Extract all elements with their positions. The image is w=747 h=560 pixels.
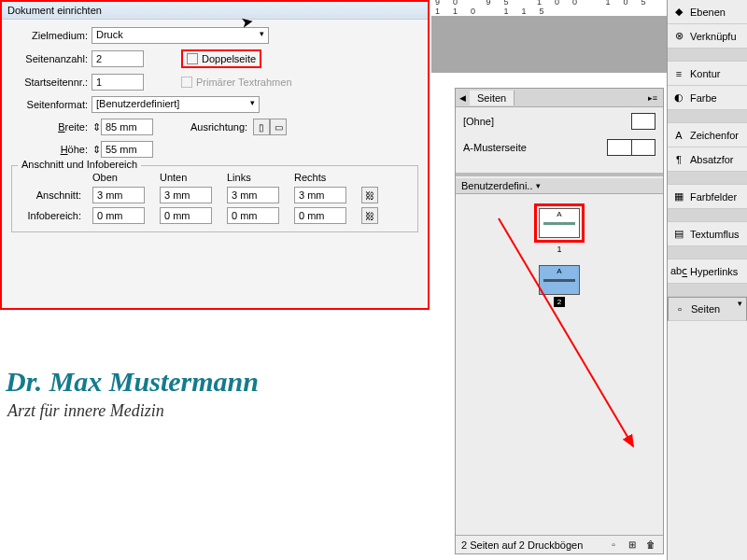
master-none[interactable]: [Ohne] <box>463 116 494 127</box>
master-a-thumb[interactable] <box>607 139 655 156</box>
panel-icon: ⊗ <box>672 30 685 43</box>
pages-panel-tabbar: ◀ Seiten ▸≡ <box>456 89 663 107</box>
zielmedium-label: Zielmedium: <box>11 30 92 41</box>
dialog-title: Dokument einrichten <box>2 2 428 20</box>
breite-input[interactable] <box>101 119 153 135</box>
page-1-label: 1 <box>557 245 561 254</box>
panel-icon: ¶ <box>672 153 685 166</box>
bleed-group: Anschnitt und Infobereich Oben Unten Lin… <box>11 165 418 232</box>
document-canvas: Dr. Max Mustermann Arzt für innere Mediz… <box>0 310 430 560</box>
col-rechts: Rechts <box>294 172 354 183</box>
bleed-group-title: Anschnitt und Infobereich <box>18 159 141 170</box>
anschnitt-unten[interactable] <box>160 187 212 203</box>
delete-page-icon[interactable]: 🗑 <box>644 539 657 552</box>
master-none-thumb[interactable] <box>631 113 655 130</box>
orientation-portrait-button[interactable]: ▯ <box>253 119 270 135</box>
panel-button-verknüpfu[interactable]: ⊗Verknüpfu <box>668 24 747 49</box>
textrahmen-checkbox <box>181 77 192 88</box>
col-links: Links <box>227 172 287 183</box>
document-setup-dialog: Dokument einrichten Zielmedium: Druck Se… <box>0 0 430 310</box>
pages-panel: ◀ Seiten ▸≡ [Ohne] A-Musterseite Benutze… <box>455 88 664 554</box>
pages-panel-footer: 2 Seiten auf 2 Druckbögen ▫ ⊞ 🗑 <box>456 535 663 553</box>
anschnitt-label: Anschnitt: <box>20 189 85 201</box>
breite-label: Breite: <box>11 121 92 133</box>
pages-status: 2 Seiten auf 2 Druckbögen <box>461 539 583 551</box>
hoehe-label: Höhe: <box>11 144 92 155</box>
panel-button-ebenen[interactable]: ◆Ebenen <box>668 0 747 24</box>
right-panels-strip: ◆Ebenen⊗Verknüpfu≡Kontur◐FarbeAZeichenfo… <box>667 0 747 560</box>
doc-name-text: Dr. Max Mustermann <box>0 310 430 398</box>
panel-icon: A <box>672 129 685 142</box>
seitenformat-select[interactable]: [Benutzerdefiniert] <box>92 96 260 113</box>
anschnitt-rechts[interactable] <box>294 187 346 203</box>
panel-icon: ◆ <box>672 6 685 19</box>
orientation-landscape-button[interactable]: ▭ <box>270 119 287 135</box>
panel-icon: ▦ <box>672 190 685 203</box>
startseite-input[interactable] <box>92 74 144 91</box>
panel-button-kontur[interactable]: ≡Kontur <box>668 62 747 86</box>
col-unten: Unten <box>160 172 219 183</box>
startseite-label: Startseitennr.: <box>11 77 92 88</box>
panel-button-absatzfor[interactable]: ¶Absatzfor <box>668 147 747 172</box>
info-oben[interactable] <box>92 207 145 224</box>
pasteboard <box>431 17 667 73</box>
info-links[interactable] <box>227 207 279 224</box>
panel-icon: ≡ <box>672 67 685 80</box>
info-unten[interactable] <box>160 207 212 224</box>
link-anschnitt-icon[interactable]: ⛓ <box>361 187 378 203</box>
page-1-thumb[interactable]: A <box>539 208 580 238</box>
panel-button-hyperlinks[interactable]: abc̲Hyperlinks <box>668 259 747 284</box>
doppelseite-checkbox[interactable] <box>187 53 198 64</box>
panel-button-seiten[interactable]: ▫Seiten <box>668 297 747 321</box>
info-label: Infobereich: <box>20 210 85 221</box>
ausrichtung-label: Ausrichtung: <box>190 121 247 133</box>
panel-icon: ▫ <box>673 302 686 315</box>
page-2-thumb[interactable]: A <box>539 265 580 295</box>
page-1-highlight: A <box>534 203 585 243</box>
panel-button-farbe[interactable]: ◐Farbe <box>668 86 747 110</box>
panel-menu-icon[interactable]: ▸≡ <box>642 93 663 103</box>
master-a[interactable]: A-Musterseite <box>463 142 527 153</box>
info-rechts[interactable] <box>294 207 346 224</box>
textrahmen-label: Primärer Textrahmen <box>196 77 292 88</box>
panel-icon: ▤ <box>672 228 685 241</box>
doppelseite-highlight: Doppelseite <box>181 49 261 68</box>
panel-button-textumflus[interactable]: ▤Textumflus <box>668 222 747 246</box>
pages-tab[interactable]: Seiten <box>470 91 514 105</box>
new-page-icon[interactable]: ⊞ <box>626 539 639 552</box>
seitenformat-label: Seitenformat: <box>11 99 92 110</box>
anschnitt-links[interactable] <box>227 187 279 203</box>
doc-subtitle-text: Arzt für innere Medizin <box>0 398 430 421</box>
anschnitt-oben[interactable] <box>92 187 145 203</box>
edit-page-icon[interactable]: ▫ <box>607 539 620 552</box>
seitenanzahl-input[interactable] <box>92 50 144 67</box>
hoehe-input[interactable] <box>101 141 153 158</box>
panel-button-farbfelder[interactable]: ▦Farbfelder <box>668 185 747 209</box>
seitenanzahl-label: Seitenanzahl: <box>11 53 92 64</box>
panel-icon: abc̲ <box>672 265 685 278</box>
panel-button-zeichenfor[interactable]: AZeichenfor <box>668 123 747 147</box>
preset-dropdown[interactable]: Benutzerdefini.. <box>456 178 663 194</box>
page-2-label: 2 <box>554 297 565 307</box>
horizontal-ruler: 90 95 100 105 110 115 <box>431 0 667 17</box>
link-info-icon[interactable]: ⛓ <box>361 207 378 224</box>
col-oben: Oben <box>92 172 152 183</box>
panel-icon: ◐ <box>672 91 685 105</box>
doppelseite-label: Doppelseite <box>202 53 256 64</box>
